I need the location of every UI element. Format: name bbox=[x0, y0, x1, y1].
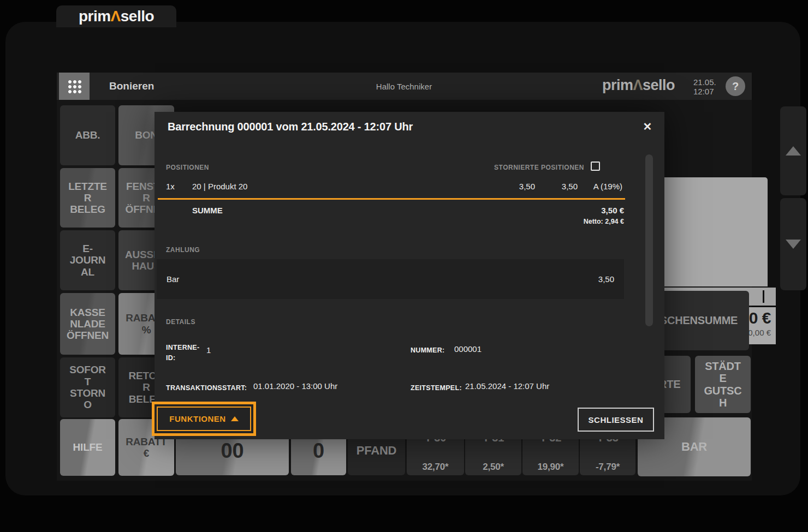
funktionen-highlight-ring: FUNKTIONEN bbox=[152, 402, 256, 436]
date-text: 21.05. bbox=[693, 77, 722, 87]
positions-heading: POSITIONEN bbox=[166, 164, 209, 171]
item-total: 3,50 bbox=[562, 182, 578, 191]
sidebar-item-sofort-storno[interactable]: SOFORT STORNO bbox=[60, 357, 115, 417]
header-bar: Bonieren Hallo Techniker primΛsello 21.0… bbox=[57, 73, 752, 100]
header-logo: primΛsello bbox=[602, 77, 675, 94]
brand-accent-glyph: Λ bbox=[111, 8, 121, 25]
scroll-up-button[interactable] bbox=[780, 106, 806, 195]
sidebar-item-hilfe[interactable]: HILFE bbox=[60, 419, 115, 476]
brand-tab: primΛsello bbox=[56, 5, 176, 27]
detail-label-interne-id: INTERNE-ID: bbox=[166, 343, 204, 363]
arrow-up-icon bbox=[786, 146, 801, 156]
sidebar-item-letzter-beleg[interactable]: LETZTER BELEG bbox=[60, 168, 115, 228]
item-qty: 1x bbox=[166, 182, 175, 191]
storno-positions-checkbox[interactable] bbox=[591, 162, 600, 171]
close-icon[interactable]: ✕ bbox=[639, 118, 656, 135]
menu-button[interactable] bbox=[59, 73, 90, 100]
detail-label-transaktionsstart: TRANSAKTIONSSTART: bbox=[166, 383, 247, 393]
brand-logo: primΛsello bbox=[79, 8, 154, 25]
triangle-up-icon bbox=[231, 416, 239, 421]
time-text: 12:07 bbox=[693, 87, 722, 96]
grid-menu-icon bbox=[67, 79, 82, 94]
sidebar-item-e-journal[interactable]: E-JOURNAL bbox=[60, 230, 115, 290]
funktionen-button[interactable]: FUNKTIONEN bbox=[157, 407, 251, 431]
detail-value-nummer: 000001 bbox=[454, 344, 482, 354]
user-greeting: Hallo Techniker bbox=[317, 82, 491, 91]
sum-value: 3,50 € bbox=[601, 206, 624, 215]
modal-scrollbar-thumb[interactable] bbox=[645, 154, 653, 326]
scroll-down-button[interactable] bbox=[780, 198, 806, 290]
sidebar-item-abbruch[interactable]: ABB. bbox=[60, 105, 115, 165]
sidebar-item-kassenlade-oeffnen[interactable]: KASSENLADE ÖFFNEN bbox=[60, 293, 115, 355]
detail-label-nummer: NUMMER: bbox=[411, 345, 445, 356]
sum-label: SUMME bbox=[192, 206, 223, 215]
modal-title: Barrechnung 000001 vom 21.05.2024 - 12:0… bbox=[168, 121, 413, 133]
clock: 21.05. 12:07 bbox=[693, 77, 722, 96]
key-value: 32,70* bbox=[423, 462, 449, 472]
key-value: 2,50* bbox=[483, 462, 504, 472]
payment-heading: ZAHLUNG bbox=[166, 246, 200, 254]
key-value: 19,90* bbox=[538, 462, 564, 472]
text-cursor bbox=[763, 290, 764, 303]
detail-value-zeitstempel: 21.05.2024 - 12:07 Uhr bbox=[465, 381, 549, 391]
payment-row: Bar 3,50 bbox=[157, 259, 624, 299]
arrow-down-icon bbox=[786, 240, 801, 249]
staedte-gutschein-button[interactable]: STÄDTE GUTSCH bbox=[695, 356, 751, 413]
details-heading: DETAILS bbox=[166, 318, 195, 326]
item-unit-price: 3,50 bbox=[519, 182, 535, 191]
header-logo-accent: Λ bbox=[633, 77, 643, 93]
page-title: Bonieren bbox=[109, 80, 154, 92]
detail-label-zeitstempel: ZEITSTEMPEL: bbox=[411, 383, 462, 393]
detail-value-interne-id: 1 bbox=[206, 345, 211, 355]
item-name: 20 | Produkt 20 bbox=[192, 182, 247, 191]
key-value: -7,79* bbox=[596, 462, 620, 472]
detail-value-transaktionsstart: 01.01.2020 - 13:00 Uhr bbox=[253, 381, 337, 391]
receipt-detail-modal: Barrechnung 000001 vom 21.05.2024 - 12:0… bbox=[155, 112, 664, 439]
storno-positions-label: STORNIERTE POSITIONEN bbox=[494, 164, 584, 171]
help-button[interactable]: ? bbox=[726, 76, 745, 96]
funktionen-label: FUNKTIONEN bbox=[169, 414, 225, 423]
payment-method: Bar bbox=[167, 274, 179, 284]
item-tax: A (19%) bbox=[593, 182, 622, 191]
sum-netto: Netto: 2,94 € bbox=[584, 218, 624, 225]
payment-amount: 3,50 bbox=[598, 274, 614, 284]
schliessen-button[interactable]: SCHLIESSEN bbox=[578, 408, 654, 432]
sum-divider bbox=[158, 198, 625, 200]
